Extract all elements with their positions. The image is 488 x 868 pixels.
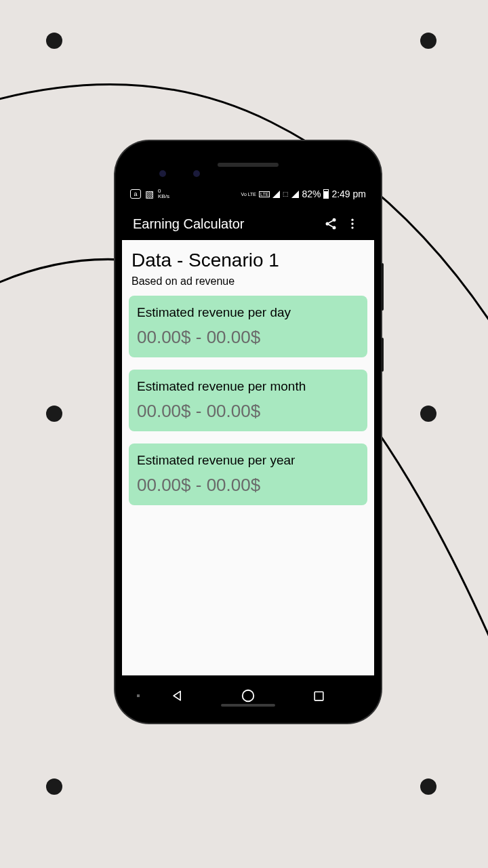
phone-mockup-frame: a ▧ 0KB/s Vo LTE LTE ⬚ 82% 2:49 pm Earni… <box>115 141 381 723</box>
svg-point-6 <box>351 222 353 224</box>
svg-point-1 <box>326 222 329 226</box>
svg-point-0 <box>333 218 336 222</box>
phone-side-button <box>381 263 384 311</box>
bg-dot <box>46 406 62 422</box>
phone-side-button <box>381 338 384 372</box>
more-vertical-icon <box>346 217 359 231</box>
svg-line-4 <box>329 224 333 226</box>
app-bar: Earning Calculator <box>122 208 374 240</box>
nav-indicator-dot <box>137 694 140 697</box>
share-icon <box>324 217 338 231</box>
notification-app-icon: a <box>130 189 141 199</box>
signal-icon <box>291 191 299 198</box>
battery-icon <box>323 189 329 199</box>
content-area: Data - Scenario 1 Based on ad revenue Es… <box>122 240 374 675</box>
nav-recents-button[interactable] <box>307 684 330 707</box>
card-label: Estimated revenue per year <box>137 453 359 468</box>
lte-indicator: LTE <box>259 191 270 197</box>
phone-camera <box>159 170 166 177</box>
svg-rect-9 <box>314 692 323 701</box>
signal-icon <box>272 191 280 198</box>
card-value: 00.00$ - 00.00$ <box>137 327 359 348</box>
volte-indicator: Vo LTE <box>241 192 256 197</box>
bg-dot <box>420 406 436 422</box>
more-options-button[interactable] <box>342 213 363 235</box>
nav-back-button[interactable] <box>166 684 189 707</box>
svg-point-8 <box>243 690 254 702</box>
bg-dot <box>46 33 62 49</box>
bg-dot <box>420 778 436 795</box>
status-bar: a ▧ 0KB/s Vo LTE LTE ⬚ 82% 2:49 pm <box>130 187 366 201</box>
android-nav-bar <box>122 675 374 716</box>
svg-point-5 <box>351 219 353 221</box>
bg-dot <box>46 778 62 795</box>
card-value: 00.00$ - 00.00$ <box>137 475 359 496</box>
screenshot-icon: ▧ <box>145 189 154 199</box>
square-recents-icon <box>312 690 325 703</box>
page-title: Data - Scenario 1 <box>129 250 367 271</box>
card-value: 00.00$ - 00.00$ <box>137 401 359 422</box>
network-speed-indicator: 0KB/s <box>158 189 169 199</box>
svg-point-2 <box>333 226 336 229</box>
triangle-back-icon <box>171 689 184 703</box>
phone-camera <box>193 170 200 177</box>
bg-dot <box>420 33 436 49</box>
revenue-card-year: Estimated revenue per year 00.00$ - 00.0… <box>129 443 367 505</box>
revenue-card-month: Estimated revenue per month 00.00$ - 00.… <box>129 370 367 431</box>
revenue-card-day: Estimated revenue per day 00.00$ - 00.00… <box>129 296 367 357</box>
clock: 2:49 pm <box>331 189 366 199</box>
share-button[interactable] <box>320 213 342 235</box>
card-label: Estimated revenue per day <box>137 305 359 320</box>
svg-line-3 <box>329 220 333 222</box>
app-title: Earning Calculator <box>133 216 320 232</box>
page-subtitle: Based on ad revenue <box>129 275 367 288</box>
circle-home-icon <box>241 688 256 703</box>
battery-percent: 82% <box>302 189 321 199</box>
svg-point-7 <box>351 226 353 229</box>
nav-home-indicator <box>221 704 275 707</box>
card-label: Estimated revenue per month <box>137 379 359 394</box>
phone-speaker <box>218 163 279 167</box>
sim-icon: ⬚ <box>283 191 289 197</box>
